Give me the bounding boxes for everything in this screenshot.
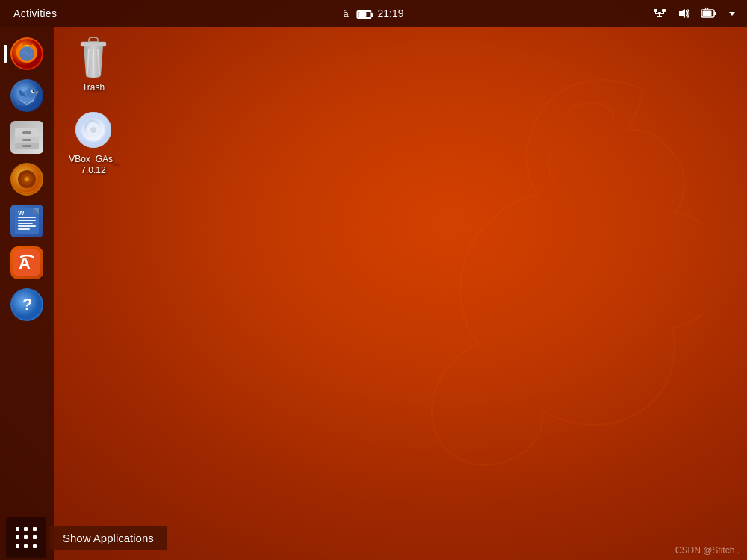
show-applications-grid-button[interactable]: [6, 517, 46, 558]
sidebar-item-files[interactable]: [9, 119, 45, 155]
grid-dot-5: [24, 535, 28, 539]
svg-text:W: W: [18, 209, 25, 217]
svg-rect-2: [662, 9, 666, 12]
svg-rect-11: [714, 12, 716, 15]
keyboard-layout-indicator: ä: [343, 8, 371, 19]
svg-point-20: [26, 87, 37, 98]
svg-rect-40: [18, 220, 36, 221]
grid-dot-4: [16, 535, 19, 539]
svg-rect-29: [22, 145, 31, 147]
grid-dot-6: [33, 535, 37, 539]
vboxgas-icon-label: VBox_GAs_ 7.0.12: [69, 154, 117, 177]
thunderbird-icon: [10, 79, 43, 112]
desktop-icons-area: Trash: [60, 37, 127, 177]
svg-rect-39: [18, 217, 36, 218]
topbar-center: ä 21:19: [343, 7, 403, 19]
rhythmbox-icon: [10, 163, 43, 196]
sidebar-item-help[interactable]: ?: [9, 287, 45, 323]
sidebar-item-writer[interactable]: W: [9, 203, 45, 239]
svg-marker-9: [679, 9, 685, 18]
sidebar-item-firefox[interactable]: [9, 36, 45, 72]
desktop: Activities ä 21:19: [0, 0, 747, 560]
watermark-text: CSDN @Stitch .: [675, 545, 740, 556]
vboxgas-icon-image: [72, 109, 114, 151]
vboxgas-desktop-icon[interactable]: VBox_GAs_ 7.0.12: [60, 109, 127, 177]
svg-rect-1: [654, 9, 657, 12]
svg-rect-43: [18, 228, 30, 230]
show-applications-area: Show Applications: [0, 515, 187, 560]
svg-rect-27: [22, 131, 31, 134]
desktop-wallpaper-logo: [329, 30, 702, 478]
sidebar-item-rhythmbox[interactable]: [9, 161, 45, 197]
grid-dot-1: [16, 527, 19, 531]
help-icon: ?: [10, 288, 43, 321]
grid-dot-2: [24, 527, 28, 531]
svg-point-57: [91, 127, 96, 132]
svg-rect-8: [657, 16, 662, 17]
sidebar-item-thunderbird[interactable]: [9, 78, 45, 113]
svg-rect-28: [22, 139, 31, 141]
svg-marker-15: [729, 12, 735, 16]
grid-dot-3: [33, 527, 37, 531]
svg-rect-12: [703, 11, 712, 16]
clock-display[interactable]: 21:19: [378, 7, 404, 19]
topbar-right-tray: [650, 5, 740, 22]
svg-rect-49: [81, 42, 106, 46]
software-center-icon: A: [10, 246, 43, 279]
show-applications-label[interactable]: Show Applications: [49, 526, 167, 550]
svg-point-34: [26, 178, 28, 181]
svg-rect-38: [33, 208, 39, 214]
system-menu-icon[interactable]: [725, 7, 740, 19]
grid-dot-7: [16, 544, 19, 548]
svg-rect-41: [18, 223, 33, 224]
grid-dot-8: [24, 544, 28, 548]
files-icon: [10, 121, 43, 154]
volume-icon[interactable]: [674, 5, 693, 22]
svg-rect-42: [18, 225, 36, 227]
writer-icon: W: [10, 205, 43, 237]
svg-point-23: [33, 90, 34, 92]
firefox-icon: [10, 37, 43, 70]
sidebar-item-software-center[interactable]: A: [9, 245, 45, 281]
svg-text:?: ?: [22, 295, 32, 314]
topbar: Activities ä 21:19: [0, 0, 747, 27]
trash-desktop-icon[interactable]: Trash: [60, 37, 127, 94]
trash-icon-image: [72, 37, 114, 79]
svg-rect-7: [659, 14, 660, 16]
network-icon[interactable]: [650, 5, 669, 22]
grid-dot-9: [33, 544, 37, 548]
sidebar-dock: W A: [0, 27, 54, 560]
topbar-left: Activities: [7, 4, 63, 22]
svg-rect-6: [655, 13, 664, 14]
battery-status-icon[interactable]: [698, 5, 720, 22]
trash-icon-label: Trash: [82, 82, 105, 94]
activities-button[interactable]: Activities: [7, 4, 63, 22]
